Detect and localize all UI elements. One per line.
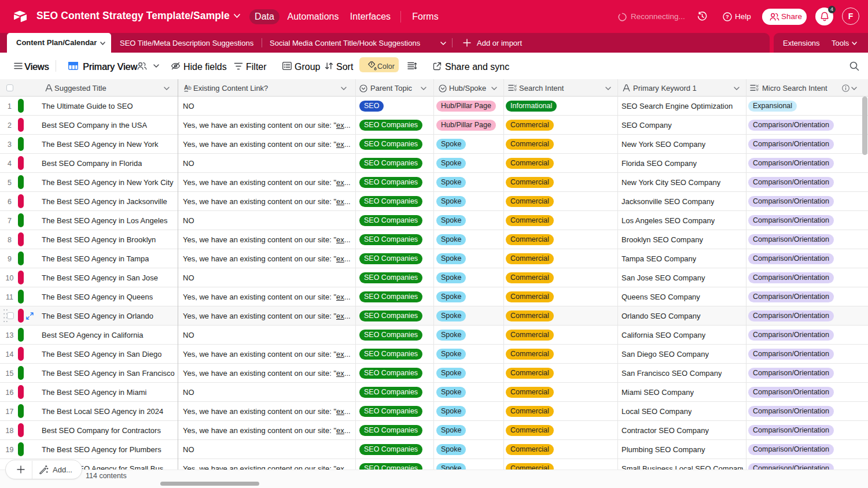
svg-text:b: b xyxy=(189,84,192,91)
svg-text:?: ? xyxy=(726,13,729,20)
